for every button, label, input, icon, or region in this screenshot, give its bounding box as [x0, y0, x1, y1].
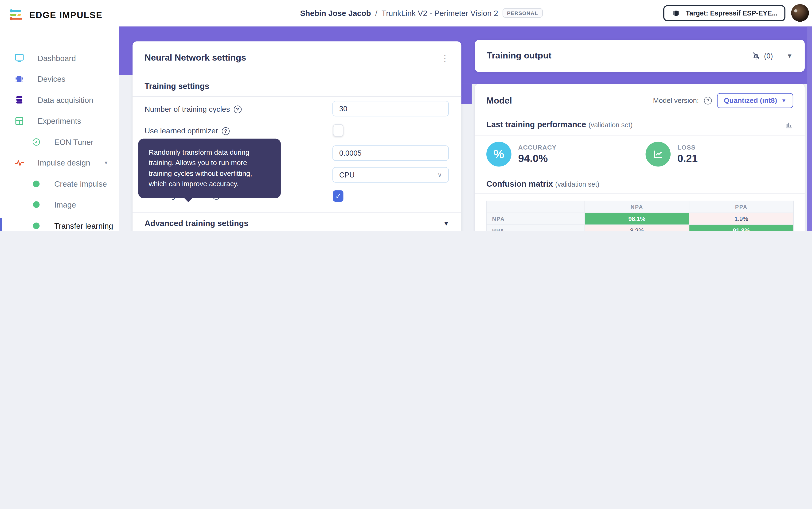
sidebar-item-create-impulse[interactable]: Create impulse	[0, 173, 119, 194]
sidebar-item-label: Dashboard	[38, 54, 76, 63]
learned-optimizer-toggle[interactable]	[333, 124, 343, 137]
training-cycles-input[interactable]	[332, 101, 449, 116]
confusion-title: Confusion matrix	[486, 180, 553, 188]
sidebar-item-data-acquisition[interactable]: Data acquisition	[0, 90, 119, 110]
grid-icon	[14, 116, 25, 126]
breadcrumb-project[interactable]: TrunkLink V2 - Perimeter Vision 2	[382, 8, 498, 17]
chevron-down-icon: ▼	[781, 98, 786, 103]
sidebar-item-devices[interactable]: Devices	[0, 69, 119, 90]
sidebar-item-eon-tuner[interactable]: EON Tuner	[0, 132, 119, 152]
app-window: Shebin Jose Jacob / TrunkLink V2 - Perim…	[0, 0, 812, 231]
sidebar-item-label: Image	[54, 200, 76, 209]
accuracy-label: ACCURACY	[518, 144, 557, 151]
sidebar-item-label: Data acquisition	[38, 96, 93, 104]
compass-icon	[31, 137, 41, 147]
confusion-cell: 8.2%	[585, 225, 689, 231]
chart-line-icon	[646, 142, 671, 167]
confusion-col-header: PPA	[689, 201, 793, 213]
notification-count: (0)	[764, 52, 773, 60]
training-cycles-label: Number of training cycles?	[144, 105, 241, 113]
model-panel: Model Model version: ? Quantized (int8) …	[475, 84, 805, 231]
model-version-select[interactable]: Quantized (int8) ▼	[717, 93, 793, 108]
breadcrumb-separator: /	[375, 8, 377, 17]
model-title: Model	[486, 96, 512, 106]
breadcrumb-user[interactable]: Shebin Jose Jacob	[300, 8, 371, 17]
chevron-down-icon: ▾	[104, 160, 107, 166]
database-icon	[14, 95, 25, 105]
performance-title: Last training performance	[486, 120, 586, 129]
chevron-down-icon[interactable]: ▼	[443, 220, 449, 227]
target-device-button[interactable]: Target: Espressif ESP-EYE...	[663, 5, 785, 21]
chip-icon	[14, 74, 25, 84]
divider	[475, 135, 805, 136]
divider	[475, 194, 805, 194]
dot-icon	[31, 179, 41, 189]
confusion-col-header: NPA	[585, 201, 689, 213]
sidebar-item-experiments[interactable]: Experiments	[0, 110, 119, 131]
chevron-down-icon: ∨	[437, 171, 442, 178]
avatar[interactable]	[791, 4, 809, 22]
edge-impulse-logo-icon	[9, 9, 24, 22]
divider	[132, 212, 461, 212]
help-icon[interactable]: ?	[233, 105, 241, 113]
sidebar-item-label: EON Tuner	[54, 138, 94, 146]
confusion-cell: 1.9%	[689, 213, 793, 225]
help-icon[interactable]: ?	[222, 127, 230, 135]
loss-value: 0.21	[677, 152, 697, 165]
top-header: Shebin Jose Jacob / TrunkLink V2 - Perim…	[119, 0, 812, 26]
processor-select-value: CPU	[339, 171, 355, 179]
sidebar-item-label: Impulse design	[38, 159, 90, 167]
confusion-subtitle: (validation set)	[555, 180, 599, 188]
nn-panel-title: Neural Network settings	[144, 53, 246, 64]
edge-impulse-logo[interactable]: EDGE IMPULSE	[9, 9, 102, 22]
training-output-panel: Training output (0) ▼	[475, 40, 805, 72]
accuracy-stat: % ACCURACY 94.0%	[486, 142, 557, 167]
data-augmentation-checkbox[interactable]: ✓	[333, 191, 343, 202]
sidebar-item-label: Transfer learning	[54, 221, 113, 230]
loss-label: LOSS	[677, 144, 697, 151]
table-row: PPA8.2%91.8%	[487, 225, 793, 231]
training-settings-title: Training settings	[144, 82, 209, 91]
chevron-down-icon[interactable]: ▼	[786, 53, 792, 60]
performance-subtitle: (validation set)	[589, 121, 633, 129]
accuracy-value: 94.0%	[518, 152, 557, 165]
scrollbar[interactable]	[807, 26, 812, 231]
sidebar-item-label: Devices	[38, 75, 66, 83]
breadcrumb: Shebin Jose Jacob / TrunkLink V2 - Perim…	[300, 8, 543, 18]
chip-icon	[671, 9, 681, 17]
sidebar-nav: DashboardDevicesData acquisitionExperime…	[0, 48, 119, 231]
sidebar: EDGE IMPULSE DashboardDevicesData acquis…	[0, 0, 119, 231]
dot-icon	[31, 200, 41, 210]
advanced-settings-title: Advanced training settings	[144, 219, 248, 228]
help-icon[interactable]: ?	[704, 97, 712, 104]
sidebar-item-transfer-learning[interactable]: Transfer learning	[0, 215, 119, 231]
table-row: NPA98.1%1.9%	[487, 213, 793, 225]
confusion-cell: 91.8%	[689, 225, 793, 231]
percent-icon: %	[486, 142, 512, 167]
confusion-cell: 98.1%	[585, 213, 689, 225]
sidebar-item-impulse-design[interactable]: Impulse design▾	[0, 152, 119, 173]
learned-optimizer-label: Use learned optimizer?	[144, 127, 230, 135]
bar-chart-icon[interactable]	[784, 120, 793, 129]
learning-rate-input[interactable]	[332, 145, 449, 161]
monitor-icon	[14, 53, 25, 63]
confusion-matrix-table: NPAPPANPA98.1%1.9%PPA8.2%91.8%F1 SCORE0.…	[486, 201, 794, 231]
processor-select[interactable]: CPU ∨	[332, 167, 449, 183]
sidebar-item-label: Experiments	[38, 116, 81, 125]
sidebar-item-image[interactable]: Image	[0, 194, 119, 215]
sidebar-item-label: Create impulse	[54, 179, 107, 188]
dot-icon	[31, 220, 41, 231]
sidebar-item-dashboard[interactable]: Dashboard	[0, 48, 119, 69]
kebab-menu-icon[interactable]: ⋮	[441, 53, 450, 64]
header-accent-band-extension	[458, 75, 812, 83]
model-version-value: Quantized (int8)	[724, 97, 777, 104]
model-version-label: Model version:	[653, 97, 699, 104]
divider	[132, 96, 461, 97]
loss-stat: LOSS 0.21	[646, 142, 698, 167]
personal-badge: PERSONAL	[502, 8, 543, 18]
pulse-icon	[14, 158, 25, 168]
notifications-toggle[interactable]: (0)	[751, 51, 773, 61]
neural-network-settings-panel: Neural Network settings ⋮ Training setti…	[132, 41, 461, 231]
target-device-label: Target: Espressif ESP-EYE...	[686, 9, 777, 17]
training-output-title: Training output	[487, 51, 551, 61]
